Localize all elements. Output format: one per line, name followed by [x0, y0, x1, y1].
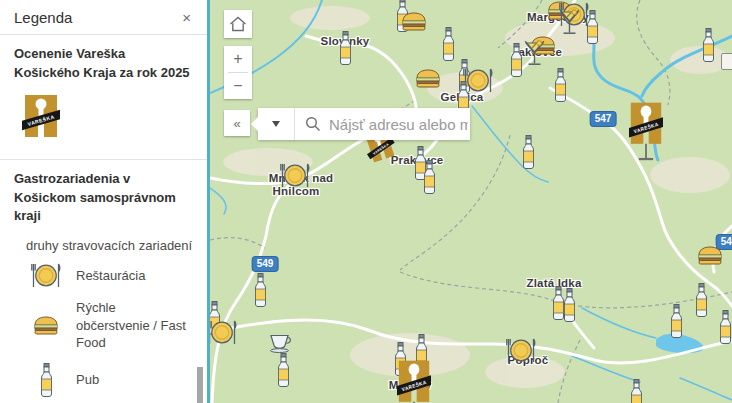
search-caret — [251, 117, 258, 131]
legend-item-label: Reštaurácia — [64, 267, 193, 285]
burger-marker[interactable] — [415, 69, 441, 88]
cafe-marker[interactable] — [269, 334, 293, 353]
pub-marker[interactable] — [585, 10, 600, 44]
map-canvas[interactable]: SlovinkyMargecanyJaklovceGelnicaPrakovce… — [210, 0, 732, 403]
app-window: SlovinkyMargecanyJaklovceGelnicaPrakovce… — [0, 0, 732, 403]
gastro-subheading: druhy stravovacích zariadení — [26, 238, 193, 253]
search-widget — [258, 108, 470, 140]
pub-marker[interactable] — [509, 43, 524, 77]
pub-marker[interactable] — [669, 304, 684, 338]
martini-marker[interactable] — [559, 9, 580, 35]
legend-panel: Legenda × Ocenenie Vareška Košického Kra… — [0, 0, 210, 403]
legend-items: Reštaurácia Rýchle občerstvenie / Fast F… — [14, 263, 193, 403]
pub-marker[interactable] — [338, 31, 353, 65]
legend-item-label: Pub — [64, 371, 193, 389]
road-shield: 547 — [591, 112, 616, 126]
zoom-out-button[interactable]: − — [224, 73, 252, 99]
burger-marker[interactable] — [401, 12, 427, 31]
chevron-down-icon — [272, 121, 280, 127]
legend-titlebar: Legenda × — [0, 0, 207, 35]
vareska-pin-marker[interactable]: VAREŠKA — [397, 360, 431, 403]
pub-marker[interactable] — [276, 353, 291, 387]
pub-marker[interactable] — [629, 379, 644, 403]
burger-marker[interactable] — [697, 246, 723, 265]
collapse-search-button[interactable]: « — [224, 110, 250, 136]
gastro-section-heading: Gastrozariadenia v Košickom samosprávnom… — [14, 170, 193, 227]
pub-marker[interactable] — [701, 28, 716, 62]
pub-marker[interactable] — [422, 160, 437, 194]
pub-marker[interactable] — [718, 310, 732, 344]
legend-item-label: Rýchle občerstvenie / Fast Food — [64, 299, 193, 352]
search-source-dropdown[interactable] — [258, 108, 295, 140]
legend-item-plate: Reštaurácia — [28, 263, 193, 288]
search-icon — [295, 116, 327, 132]
zoom-control: + − — [224, 46, 252, 99]
martini-marker[interactable] — [524, 40, 545, 66]
legend-item-pub: Pub — [28, 363, 193, 397]
home-button[interactable] — [224, 10, 252, 38]
pub-marker[interactable] — [441, 27, 456, 61]
plate-marker[interactable] — [280, 163, 310, 188]
pub-marker[interactable] — [253, 273, 268, 307]
legend-item-burger: Rýchle občerstvenie / Fast Food — [28, 299, 193, 352]
zoom-in-button[interactable]: + — [224, 46, 252, 72]
plate-icon — [28, 263, 64, 288]
pub-marker[interactable] — [521, 135, 536, 169]
burger-icon — [28, 316, 64, 335]
pub-marker[interactable] — [553, 68, 568, 102]
home-icon — [229, 16, 247, 32]
plate-marker[interactable] — [210, 320, 237, 345]
road-shield: 549 — [253, 257, 278, 271]
pub-marker[interactable] — [694, 283, 709, 317]
pub-marker[interactable] — [562, 288, 577, 322]
vareska-pin-marker[interactable]: VAREŠKA — [629, 102, 663, 166]
gastro-section: Gastrozariadenia v Košickom samosprávnom… — [0, 160, 207, 403]
award-section: Ocenenie Vareška Košického Kraja za rok … — [0, 35, 207, 155]
legend-title: Legenda — [14, 9, 72, 26]
close-icon[interactable]: × — [178, 8, 195, 27]
plate-marker[interactable] — [506, 338, 536, 363]
partial-road-shield — [721, 53, 732, 70]
pub-icon — [28, 363, 64, 397]
award-section-heading: Ocenenie Vareška Košického Kraja za rok … — [14, 45, 193, 83]
search-input[interactable] — [327, 115, 470, 134]
vareska-award-icon: VAREŠKA — [22, 95, 60, 137]
scrollbar-thumb[interactable] — [197, 367, 203, 403]
